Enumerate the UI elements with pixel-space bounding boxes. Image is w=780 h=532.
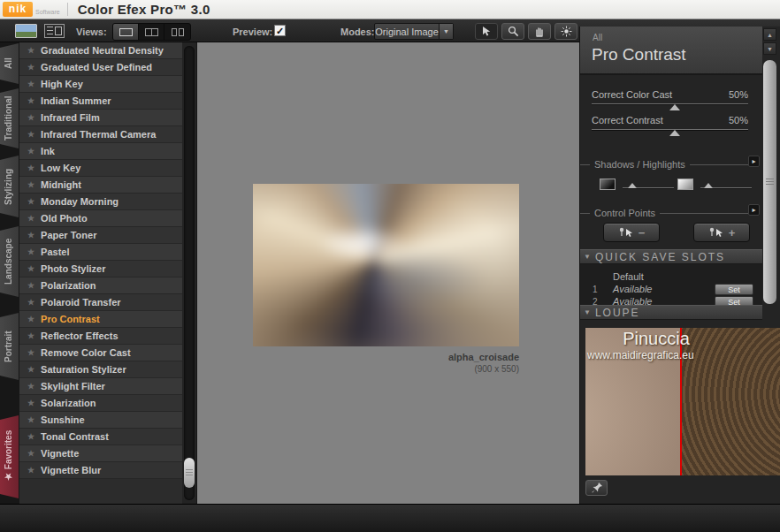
star-icon[interactable]: ★ — [27, 231, 34, 239]
loupe-pin-button[interactable] — [585, 480, 608, 496]
star-icon[interactable]: ★ — [27, 432, 34, 441]
filter-list-item[interactable]: ★ Polarization — [19, 277, 182, 294]
filter-list-item[interactable]: ★ Old Photo — [19, 210, 182, 227]
side-by-side-view-button[interactable] — [164, 24, 190, 40]
filter-list-item[interactable]: ★ Graduated User Defined — [19, 59, 182, 76]
star-icon[interactable]: ★ — [27, 96, 34, 105]
scrollbar-thumb[interactable] — [184, 458, 195, 488]
loupe-header[interactable]: ▼ LOUPE — [580, 305, 762, 320]
filter-list-scrollbar — [182, 42, 196, 504]
quick-save-slots-title: QUICK SAVE SLOTS — [595, 251, 725, 263]
filter-list-item[interactable]: ★ Infrared Thermal Camera — [19, 126, 182, 143]
preview-checkbox[interactable]: ✓ — [274, 25, 286, 36]
star-icon[interactable]: ★ — [27, 315, 34, 323]
collapse-icon: ▼ — [584, 253, 591, 261]
scrollbar-thumb[interactable] — [763, 60, 776, 304]
filter-list-item[interactable]: ★ Tonal Contrast — [19, 429, 182, 445]
star-icon[interactable]: ★ — [27, 399, 34, 407]
filter-list-item[interactable]: ★ Paper Toner — [19, 227, 182, 244]
filter-list-item[interactable]: ★ Monday Morning — [19, 194, 182, 210]
filter-list-item[interactable]: ★ Remove Color Cast — [19, 345, 182, 361]
star-icon[interactable]: ★ — [27, 180, 34, 189]
highlights-slider-thumb[interactable] — [704, 183, 713, 188]
filter-list-item[interactable]: ★ Graduated Neutral Density — [19, 42, 182, 59]
split-view-button[interactable] — [139, 24, 164, 40]
filter-list-item[interactable]: ★ Solarization — [19, 395, 182, 412]
highlights-swatch[interactable] — [677, 179, 693, 190]
star-icon[interactable]: ★ — [27, 113, 34, 122]
star-icon[interactable]: ★ — [27, 449, 34, 458]
filter-list-item[interactable]: ★ Reflector Effects — [19, 328, 182, 345]
filter-list-item[interactable]: ★ Indian Summer — [19, 93, 182, 110]
shadows-highlights-expand-button[interactable]: ▸ — [748, 156, 760, 167]
add-control-point-button[interactable]: + — [693, 223, 750, 242]
star-icon[interactable]: ★ — [27, 147, 34, 156]
tab-all[interactable]: All — [0, 43, 19, 84]
layout-view-icon[interactable] — [44, 24, 65, 38]
views-label: Views: — [76, 27, 107, 37]
star-icon[interactable]: ★ — [27, 46, 34, 55]
filter-list-item[interactable]: ★ Vignette — [19, 445, 182, 462]
star-icon[interactable]: ★ — [27, 365, 34, 374]
pan-tool-button[interactable] — [528, 23, 551, 40]
star-icon[interactable]: ★ — [27, 163, 34, 172]
star-icon[interactable]: ★ — [27, 331, 34, 340]
star-icon[interactable]: ★ — [27, 80, 34, 88]
slider-thumb-correct-color-cast[interactable] — [669, 104, 680, 110]
star-icon[interactable]: ★ — [27, 348, 34, 357]
filter-list-item[interactable]: ★ Vignette Blur — [19, 462, 182, 479]
filter-list-item[interactable]: ★ Pastel — [19, 244, 182, 261]
slider-thumb-correct-contrast[interactable] — [669, 130, 680, 136]
filter-list-item[interactable]: ★ High Key — [19, 76, 182, 93]
scroll-down-button[interactable]: ▼ — [763, 42, 776, 55]
tab-stylizing[interactable]: Stylizing — [0, 156, 19, 217]
star-icon[interactable]: ★ — [27, 281, 34, 290]
filter-list-item[interactable]: ★ Ink — [19, 143, 182, 160]
filter-list-item[interactable]: ★ Photo Stylizer — [19, 261, 182, 277]
single-view-button[interactable] — [113, 24, 139, 40]
control-points-expand-button[interactable]: ▸ — [748, 204, 760, 216]
preview-image[interactable] — [253, 184, 519, 346]
filter-list-item[interactable]: ★ Sunshine — [19, 412, 182, 429]
remove-control-point-button[interactable]: − — [603, 223, 660, 242]
star-icon[interactable]: ★ — [27, 298, 34, 307]
filter-list-item[interactable]: ★ Midnight — [19, 177, 182, 194]
tab-favorites[interactable]: ★ Favorites — [0, 415, 19, 498]
shadows-slider-thumb[interactable] — [628, 183, 637, 188]
star-icon[interactable]: ★ — [27, 415, 34, 424]
scroll-up-button[interactable]: ▲ — [763, 28, 776, 41]
filter-list-item[interactable]: ★ Skylight Filter — [19, 378, 182, 395]
zoom-tool-button[interactable] — [501, 23, 524, 40]
star-icon[interactable]: ★ — [27, 130, 34, 139]
view-mode-group — [112, 23, 191, 41]
light-icon — [561, 26, 572, 37]
background-brightness-button[interactable] — [554, 23, 577, 40]
filter-list-item[interactable]: ★ Pro Contrast — [19, 311, 182, 328]
quick-save-slots-header[interactable]: ▼ QUICK SAVE SLOTS — [580, 249, 762, 264]
scrollbar-track[interactable] — [184, 46, 195, 500]
star-icon[interactable]: ★ — [27, 214, 34, 223]
star-icon[interactable]: ★ — [27, 197, 34, 206]
tab-portrait[interactable]: Portrait — [0, 313, 19, 380]
star-icon[interactable]: ★ — [27, 382, 34, 391]
slot-1-status[interactable]: Available — [613, 284, 652, 294]
modes-dropdown[interactable]: Original Image ▼ — [374, 23, 454, 40]
slot-1-set-button[interactable]: Set — [715, 284, 753, 295]
filter-list-item[interactable]: ★ Polaroid Transfer — [19, 294, 182, 311]
quick-save-default[interactable]: Default — [613, 271, 644, 282]
filter-list-item[interactable]: ★ Saturation Stylizer — [19, 361, 182, 378]
star-icon[interactable]: ★ — [27, 466, 34, 475]
star-icon[interactable]: ★ — [27, 247, 34, 256]
filter-list-item[interactable]: ★ Low Key — [19, 160, 182, 177]
tab-traditional[interactable]: Traditional — [0, 88, 19, 148]
filter-label: Graduated Neutral Density — [41, 45, 164, 56]
star-icon[interactable]: ★ — [27, 63, 34, 72]
thumbnail-view-icon[interactable] — [15, 24, 37, 38]
star-icon[interactable]: ★ — [27, 264, 34, 273]
select-tool-button[interactable] — [475, 23, 498, 40]
filter-list-item[interactable]: ★ Infrared Film — [19, 110, 182, 126]
image-name-caption: alpha_croisade — [197, 352, 519, 362]
tab-landscape[interactable]: Landscape — [0, 226, 19, 297]
swirl-artwork — [253, 184, 519, 346]
shadows-swatch[interactable] — [600, 179, 616, 190]
